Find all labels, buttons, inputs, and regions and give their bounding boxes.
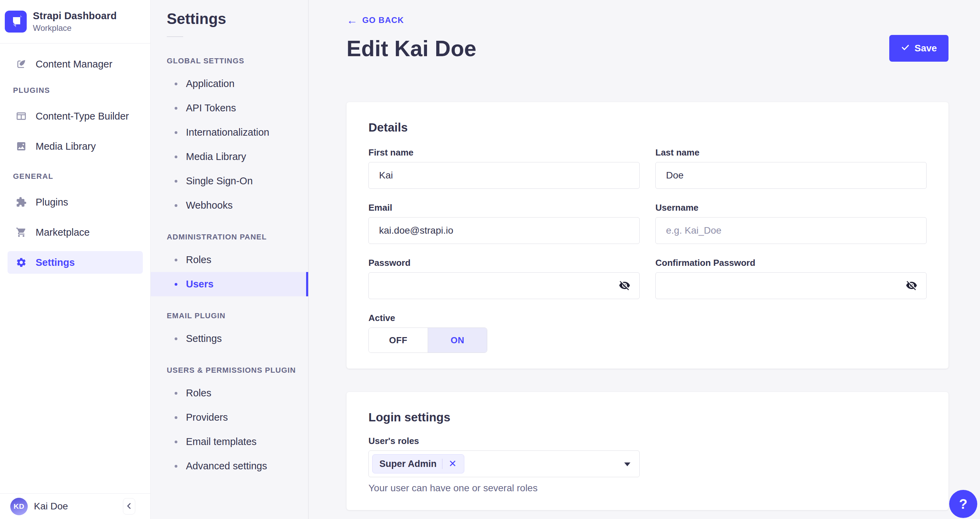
sidebar-item-plugins[interactable]: Plugins: [8, 191, 143, 213]
login-settings-heading: Login settings: [368, 411, 927, 424]
last-name-group: Last name: [655, 147, 927, 189]
first-name-field[interactable]: [368, 162, 640, 189]
subnav-item-media-library[interactable]: Media Library: [151, 145, 308, 169]
email-field[interactable]: [368, 217, 640, 244]
remove-role-button[interactable]: ✕: [448, 459, 457, 469]
layout-icon: [16, 111, 27, 122]
role-chip-label: Super Admin: [379, 459, 437, 469]
confirmation-password-label: Confirmation Password: [655, 258, 927, 268]
main-nav-list: Content Manager PLUGINS Content-Type Bui…: [0, 43, 150, 493]
subnav-item-advanced-settings[interactable]: Advanced settings: [151, 454, 308, 478]
bullet-icon: [175, 392, 177, 395]
workspace-title: Strapi Dashboard: [33, 10, 117, 22]
subnav-item-internationalization[interactable]: Internationalization: [151, 120, 308, 145]
toggle-off-option[interactable]: OFF: [369, 328, 428, 352]
eye-off-icon: [906, 280, 917, 292]
subnav-item-application[interactable]: Application: [151, 72, 308, 96]
subnav-list-admin: Roles Users: [151, 248, 308, 296]
cart-icon: [16, 227, 27, 238]
password-group: Password: [368, 258, 640, 299]
roles-hint-text: Your user can have one or several roles: [368, 483, 927, 494]
toggle-password-visibility-button[interactable]: [617, 278, 632, 293]
nav-section-plugins: PLUGINS: [8, 86, 143, 95]
workspace-brand[interactable]: Strapi Dashboard Workplace: [0, 0, 150, 43]
password-label: Password: [368, 258, 640, 268]
confirmation-password-group: Confirmation Password: [655, 258, 927, 299]
username-label: Username: [655, 202, 927, 213]
main-content: ← GO BACK Edit Kai Doe Save Details Firs…: [309, 0, 980, 519]
subnav-divider: [167, 36, 183, 37]
details-form: First name Last name Email Username: [368, 147, 927, 353]
sidebar-item-label: Media Library: [36, 141, 96, 152]
page-title: Edit Kai Doe: [347, 34, 476, 63]
save-button[interactable]: Save: [889, 35, 948, 62]
eye-off-icon: [619, 280, 630, 292]
subnav-item-users[interactable]: Users: [151, 272, 308, 296]
toggle-confirmation-password-visibility-button[interactable]: [904, 278, 919, 293]
current-user-name: Kai Doe: [34, 501, 117, 512]
user-roles-select[interactable]: Super Admin ✕: [368, 451, 640, 477]
toggle-on-option[interactable]: ON: [428, 328, 487, 352]
help-button[interactable]: ?: [949, 490, 977, 518]
sidebar-item-content-manager[interactable]: Content Manager: [8, 53, 143, 75]
username-group: Username: [655, 202, 927, 244]
subnav-list-users-permissions: Roles Providers Email templates Advanced…: [151, 381, 308, 478]
role-chip: Super Admin ✕: [372, 454, 464, 473]
subnav-title: Settings: [151, 0, 308, 27]
image-icon: [16, 141, 27, 152]
subnav-section-global-settings: GLOBAL SETTINGS: [151, 57, 308, 65]
bullet-icon: [175, 465, 177, 468]
chevron-left-icon: [126, 502, 132, 511]
sidebar-item-label: Settings: [36, 257, 75, 268]
last-name-field[interactable]: [655, 162, 927, 189]
bullet-icon: [175, 283, 177, 286]
active-toggle[interactable]: OFF ON: [368, 328, 487, 353]
bullet-icon: [175, 131, 177, 134]
strapi-admin-app: Strapi Dashboard Workplace Content Manag…: [0, 0, 980, 519]
details-heading: Details: [368, 121, 927, 134]
subnav-section-administration-panel: ADMINISTRATION PANEL: [151, 232, 308, 242]
bullet-icon: [175, 204, 177, 207]
bullet-icon: [175, 156, 177, 158]
puzzle-icon: [16, 197, 27, 208]
sidebar-item-media-library[interactable]: Media Library: [8, 135, 143, 158]
main-sidebar: Strapi Dashboard Workplace Content Manag…: [0, 0, 151, 519]
email-label: Email: [368, 202, 640, 213]
subnav-item-roles-admin[interactable]: Roles: [151, 248, 308, 272]
subnav-item-webhooks[interactable]: Webhooks: [151, 193, 308, 218]
go-back-link[interactable]: ← GO BACK: [347, 15, 404, 25]
last-name-label: Last name: [655, 147, 927, 158]
sidebar-item-label: Plugins: [36, 197, 68, 208]
confirmation-password-field[interactable]: [655, 272, 927, 299]
brand-text: Strapi Dashboard Workplace: [33, 10, 117, 33]
subnav-item-providers[interactable]: Providers: [151, 405, 308, 430]
sidebar-item-marketplace[interactable]: Marketplace: [8, 221, 143, 244]
users-roles-label: User's roles: [368, 436, 927, 446]
subnav-item-roles-up[interactable]: Roles: [151, 381, 308, 405]
sidebar-item-label: Content-Type Builder: [36, 111, 129, 122]
sidebar-item-content-type-builder[interactable]: Content-Type Builder: [8, 105, 143, 127]
active-toggle-group: Active OFF ON: [368, 313, 640, 353]
strapi-logo-icon: [5, 11, 27, 33]
subnav-item-api-tokens[interactable]: API Tokens: [151, 96, 308, 120]
check-icon: [901, 43, 910, 54]
username-field[interactable]: [655, 217, 927, 244]
details-card: Details First name Last name Email: [347, 102, 948, 369]
sidebar-item-label: Content Manager: [36, 59, 112, 70]
go-back-label: GO BACK: [362, 16, 404, 25]
subnav-item-email-settings[interactable]: Settings: [151, 326, 308, 351]
save-button-label: Save: [915, 43, 937, 54]
sidebar-item-label: Marketplace: [36, 227, 90, 238]
chip-divider: [442, 459, 442, 469]
subnav-item-email-templates[interactable]: Email templates: [151, 430, 308, 454]
subnav-section-users-permissions-plugin: USERS & PERMISSIONS PLUGIN: [151, 366, 308, 375]
workspace-subtitle: Workplace: [33, 23, 117, 33]
subnav-list-global: Application API Tokens Internationalizat…: [151, 72, 308, 218]
password-field[interactable]: [368, 272, 640, 299]
first-name-label: First name: [368, 147, 640, 158]
bullet-icon: [175, 83, 177, 85]
bullet-icon: [175, 441, 177, 443]
subnav-item-single-sign-on[interactable]: Single Sign-On: [151, 169, 308, 193]
collapse-sidebar-button[interactable]: [123, 498, 135, 514]
sidebar-item-settings[interactable]: Settings: [8, 251, 143, 274]
